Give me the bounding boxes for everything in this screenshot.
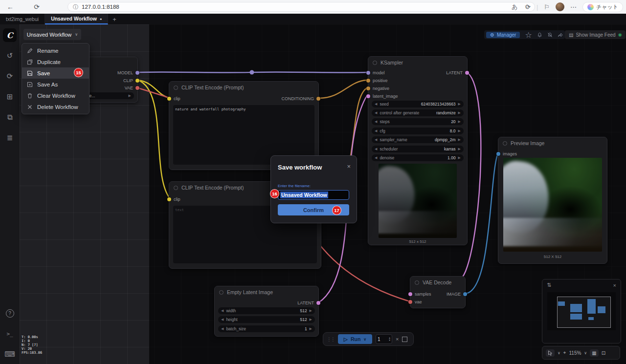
sidebar-item-workflows[interactable]: ≣ bbox=[3, 131, 17, 145]
decrement-icon[interactable]: ◀ bbox=[221, 309, 224, 313]
menu-item-delete-workflow[interactable]: Delete Workflow bbox=[22, 101, 89, 112]
latent-output-port[interactable] bbox=[465, 71, 469, 75]
increment-icon[interactable]: ▶ bbox=[458, 129, 461, 133]
bell-icon[interactable] bbox=[537, 32, 542, 38]
positive-input-port[interactable] bbox=[366, 79, 370, 83]
share-icon[interactable] bbox=[558, 32, 563, 38]
collapse-dot-icon[interactable] bbox=[219, 290, 224, 295]
run-button[interactable]: ▷ Run ∨ bbox=[338, 334, 372, 344]
stop-icon[interactable] bbox=[402, 337, 407, 342]
more-icon[interactable]: ⋯ bbox=[570, 3, 577, 11]
sampler-name-widget[interactable]: ◀sampler_namedpmpp_2m▶ bbox=[372, 136, 464, 143]
node-preview-image[interactable]: Preview Image images 512 X 512 bbox=[498, 137, 607, 264]
comfyui-logo[interactable]: C bbox=[3, 28, 17, 42]
decrement-icon[interactable]: ◀ bbox=[375, 147, 377, 151]
clip-input-port[interactable] bbox=[167, 197, 171, 201]
shortcuts-button[interactable]: ⌨ bbox=[3, 347, 17, 361]
step-down-icon[interactable]: ▾ bbox=[389, 339, 390, 342]
sidebar-item-node-map[interactable]: ⟳ bbox=[3, 69, 17, 83]
tab-unsaved-workflow[interactable]: Unsaved Workflow ● bbox=[45, 14, 108, 24]
decrement-icon[interactable]: ◀ bbox=[221, 327, 224, 331]
minimap-options-icon[interactable]: ⇅ bbox=[547, 282, 551, 288]
filename-input[interactable]: Unsaved Workflow bbox=[278, 190, 349, 200]
seed-widget[interactable]: ◀seed624038213428663▶ bbox=[372, 101, 464, 107]
model-output-port[interactable] bbox=[135, 71, 139, 75]
increment-icon[interactable]: ▶ bbox=[458, 138, 461, 142]
collapse-dot-icon[interactable] bbox=[373, 61, 377, 65]
minimap-canvas[interactable] bbox=[547, 292, 616, 330]
copilot-button[interactable]: チャット bbox=[582, 2, 623, 12]
url-bar[interactable]: ⓘ 127.0.0.1:8188 あ ☆ bbox=[67, 2, 535, 12]
decrement-icon[interactable]: ◀ bbox=[375, 120, 377, 124]
menu-item-clear-workflow[interactable]: Clear Workflow bbox=[22, 90, 89, 101]
feedback-icon[interactable]: ⚐ bbox=[544, 3, 550, 11]
new-tab-button[interactable]: + bbox=[108, 14, 121, 24]
sidebar-item-queue-history[interactable]: ↺ bbox=[3, 49, 17, 63]
star-icon[interactable]: ☆ bbox=[525, 30, 532, 40]
batch-size-widget[interactable]: ◀batch_size1▶ bbox=[218, 325, 315, 332]
increment-icon[interactable]: ▶ bbox=[458, 111, 461, 115]
pointer-menu-chevron-icon[interactable]: ∨ bbox=[558, 351, 560, 355]
cfg-widget[interactable]: ◀cfg8.0▶ bbox=[372, 128, 464, 134]
workflow-name-button[interactable]: Unsaved Workflow ∨ bbox=[23, 29, 81, 40]
extensions-icon[interactable]: ⟳ bbox=[525, 3, 531, 11]
scheduler-widget[interactable]: ◀schedulerkarras▶ bbox=[372, 146, 464, 152]
decrement-icon[interactable]: ◀ bbox=[375, 111, 377, 115]
images-input-port[interactable] bbox=[496, 152, 500, 156]
minimap-close-icon[interactable]: × bbox=[613, 282, 616, 288]
menu-item-rename[interactable]: Rename bbox=[22, 45, 89, 56]
focus-mode-icon[interactable]: ⊡ bbox=[602, 350, 605, 356]
node-empty-latent-image[interactable]: Empty Latent Image LATENT ◀width512▶ ◀he… bbox=[214, 286, 319, 337]
latent-output-port[interactable] bbox=[316, 301, 320, 305]
increment-icon[interactable]: ▶ bbox=[458, 120, 461, 124]
zoom-chevron-icon[interactable]: ∨ bbox=[584, 351, 587, 355]
vae-input-port[interactable] bbox=[408, 300, 412, 304]
next-icon[interactable]: ▶ bbox=[129, 94, 131, 98]
node-ksampler[interactable]: KSampler model positive negative latent_… bbox=[368, 56, 468, 245]
fit-view-icon[interactable]: ⌖ bbox=[563, 350, 566, 356]
tab-txt2img-webui[interactable]: txt2img_webui bbox=[0, 14, 45, 24]
increment-icon[interactable]: ▶ bbox=[458, 102, 461, 106]
vae-output-port[interactable] bbox=[135, 86, 139, 90]
decrement-icon[interactable]: ◀ bbox=[221, 318, 224, 321]
site-info-icon[interactable]: ⓘ bbox=[73, 3, 78, 11]
dialog-close-icon[interactable]: × bbox=[347, 163, 351, 170]
collapse-dot-icon[interactable] bbox=[174, 86, 178, 90]
negative-input-port[interactable] bbox=[366, 86, 370, 90]
width-widget[interactable]: ◀width512▶ bbox=[218, 307, 315, 314]
pointer-tool-button[interactable] bbox=[546, 349, 555, 357]
refresh-icon[interactable]: ⟳ bbox=[30, 3, 43, 11]
increment-icon[interactable]: ▶ bbox=[458, 147, 461, 151]
decrement-icon[interactable]: ◀ bbox=[375, 102, 377, 106]
menu-item-save-as[interactable]: Save As bbox=[22, 79, 89, 90]
sidebar-item-node-library[interactable]: ⊞ bbox=[3, 90, 17, 104]
decrement-icon[interactable]: ◀ bbox=[375, 156, 377, 160]
increment-icon[interactable]: ▶ bbox=[310, 309, 312, 313]
logs-button[interactable]: >_ bbox=[3, 327, 17, 341]
collapse-dot-icon[interactable] bbox=[415, 280, 419, 285]
decrement-icon[interactable]: ◀ bbox=[375, 129, 377, 133]
samples-input-port[interactable] bbox=[408, 292, 412, 296]
node-vae-decode[interactable]: VAE Decode samples IMAGE vae bbox=[410, 276, 466, 308]
control-after-generate-widget[interactable]: ◀control after generaterandomize▶ bbox=[372, 109, 464, 116]
translate-icon[interactable]: あ bbox=[512, 3, 517, 11]
zoom-level-dropdown[interactable]: 115% bbox=[569, 350, 581, 356]
menu-item-duplicate[interactable]: Duplicate bbox=[22, 56, 89, 67]
height-widget[interactable]: ◀height512▶ bbox=[218, 316, 315, 323]
avatar[interactable] bbox=[556, 2, 564, 11]
increment-icon[interactable]: ▶ bbox=[310, 327, 312, 331]
collapse-dot-icon[interactable] bbox=[503, 141, 507, 146]
conditioning-output-port[interactable] bbox=[316, 97, 320, 101]
drag-handle[interactable]: ⋮⋮ bbox=[327, 337, 335, 342]
show-image-feed-button[interactable]: ▤ Show Image Feed ◉ bbox=[565, 30, 626, 39]
model-input-port[interactable] bbox=[366, 71, 370, 75]
denoise-widget[interactable]: ◀denoise1.00▶ bbox=[372, 154, 464, 161]
bell-off-icon[interactable] bbox=[547, 32, 553, 38]
latent-image-input-port[interactable] bbox=[366, 94, 370, 98]
help-button[interactable]: ? bbox=[3, 306, 17, 320]
image-output-port[interactable] bbox=[463, 292, 467, 296]
clip-input-port[interactable] bbox=[167, 97, 171, 101]
increment-icon[interactable]: ▶ bbox=[458, 156, 461, 160]
steps-widget[interactable]: ◀steps20▶ bbox=[372, 118, 464, 125]
decrement-icon[interactable]: ◀ bbox=[375, 138, 377, 142]
